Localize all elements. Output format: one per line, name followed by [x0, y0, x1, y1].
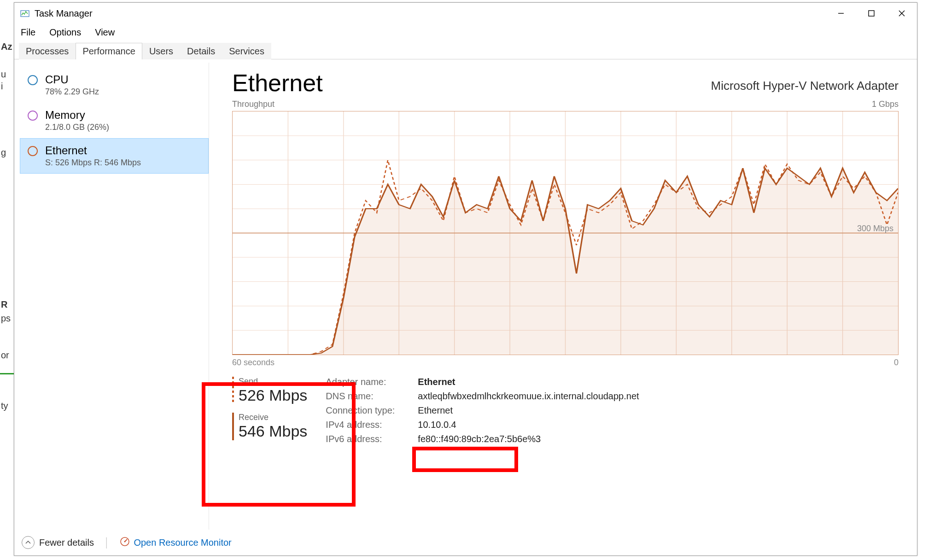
- send-indicator-icon: [232, 377, 234, 404]
- resource-monitor-icon: [120, 537, 130, 549]
- sidebar-item-ethernet[interactable]: Ethernet S: 526 Mbps R: 546 Mbps: [20, 138, 209, 174]
- chart-x-right: 0: [894, 358, 899, 368]
- info-adapter-name-label: Adapter name:: [326, 377, 418, 387]
- tab-users[interactable]: Users: [142, 43, 180, 59]
- ethernet-panel: Ethernet Microsoft Hyper-V Network Adapt…: [209, 63, 917, 530]
- task-manager-window: Task Manager File Options Vi: [14, 2, 917, 556]
- panel-title: Ethernet: [232, 69, 323, 97]
- tabs: Processes Performance Users Details Serv…: [14, 41, 917, 59]
- footer: Fewer details │ Open Resource Monitor: [14, 530, 917, 555]
- ethernet-ring-icon: [28, 146, 38, 156]
- chart-label-max: 1 Gbps: [872, 99, 899, 109]
- task-manager-icon: [20, 8, 30, 18]
- fewer-details-button[interactable]: Fewer details: [22, 536, 94, 549]
- menubar: File Options View: [14, 24, 917, 41]
- info-dns-label: DNS name:: [326, 391, 418, 402]
- info-ipv4-label: IPv4 address:: [326, 420, 418, 430]
- send-value: 526 Mbps: [239, 386, 307, 404]
- menu-file[interactable]: File: [19, 25, 37, 40]
- titlebar[interactable]: Task Manager: [14, 3, 917, 24]
- fewer-details-label: Fewer details: [39, 537, 94, 548]
- maximize-button[interactable]: [856, 3, 887, 24]
- tab-details[interactable]: Details: [180, 43, 222, 59]
- sidebar-memory-title: Memory: [45, 109, 109, 122]
- menu-view[interactable]: View: [93, 25, 117, 40]
- adapter-description: Microsoft Hyper-V Network Adapter: [711, 79, 899, 93]
- chart-half-label: 300 Mbps: [857, 224, 893, 233]
- throughput-chart: 300 Mbps: [232, 111, 899, 355]
- sidebar-cpu-sub: 78% 2.29 GHz: [45, 87, 99, 97]
- memory-ring-icon: [28, 111, 38, 121]
- window-title: Task Manager: [35, 8, 826, 19]
- sidebar-cpu-title: CPU: [45, 73, 99, 86]
- sidebar-memory-sub: 2.1/8.0 GB (26%): [45, 122, 109, 132]
- menu-options[interactable]: Options: [47, 25, 83, 40]
- sidebar-ethernet-sub: S: 526 Mbps R: 546 Mbps: [45, 158, 141, 168]
- receive-value: 546 Mbps: [239, 422, 307, 440]
- info-dns-value: axtleqbfwbxedmlhckrkeomuue.ix.internal.c…: [418, 391, 639, 402]
- send-label: Send: [239, 377, 307, 386]
- sidebar-item-memory[interactable]: Memory 2.1/8.0 GB (26%): [20, 103, 209, 138]
- cpu-ring-icon: [28, 75, 38, 85]
- receive-indicator-icon: [232, 413, 234, 440]
- tab-processes[interactable]: Processes: [19, 43, 76, 59]
- adapter-info-table: Adapter name: Ethernet DNS name: axtleqb…: [326, 377, 639, 449]
- resource-monitor-label: Open Resource Monitor: [134, 537, 231, 548]
- info-conn-type-label: Connection type:: [326, 405, 418, 416]
- performance-sidebar: CPU 78% 2.29 GHz Memory 2.1/8.0 GB (26%)…: [14, 63, 209, 530]
- sidebar-item-cpu[interactable]: CPU 78% 2.29 GHz: [20, 67, 209, 103]
- minimize-button[interactable]: [826, 3, 856, 24]
- tab-performance[interactable]: Performance: [76, 43, 142, 59]
- background-window-fragment: Az u i g R ps or ty: [0, 0, 14, 560]
- open-resource-monitor-link[interactable]: Open Resource Monitor: [120, 537, 231, 549]
- info-ipv6-value: fe80::f490:89cb:2ea7:5b6e%3: [418, 434, 541, 444]
- info-adapter-name-value: Ethernet: [418, 377, 455, 387]
- footer-separator: │: [104, 537, 110, 548]
- tab-services[interactable]: Services: [222, 43, 271, 59]
- svg-rect-2: [869, 11, 874, 16]
- info-conn-type-value: Ethernet: [418, 405, 453, 416]
- svg-point-28: [124, 541, 126, 542]
- info-ipv4-value: 10.10.0.4: [418, 420, 456, 430]
- sidebar-ethernet-title: Ethernet: [45, 144, 141, 157]
- close-button[interactable]: [887, 3, 917, 24]
- chart-x-left: 60 seconds: [232, 358, 274, 368]
- chevron-up-icon: [22, 536, 35, 549]
- receive-label: Receive: [239, 413, 307, 422]
- chart-label-throughput: Throughput: [232, 99, 274, 109]
- info-ipv6-label: IPv6 address:: [326, 434, 418, 444]
